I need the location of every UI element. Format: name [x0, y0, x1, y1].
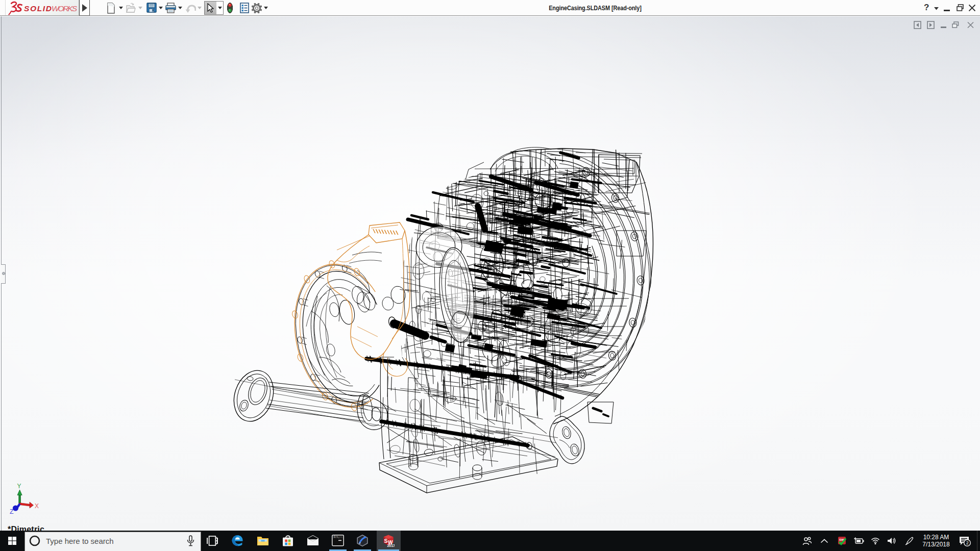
svg-text:2: 2 [966, 540, 969, 545]
svg-text:C:\_: C:\_ [334, 536, 339, 538]
svg-text:2017: 2017 [387, 544, 395, 547]
svg-text:Y: Y [17, 483, 21, 490]
svg-text:S: S [384, 538, 388, 544]
svg-text:Z: Z [10, 508, 14, 515]
svg-text:X: X [35, 503, 39, 510]
